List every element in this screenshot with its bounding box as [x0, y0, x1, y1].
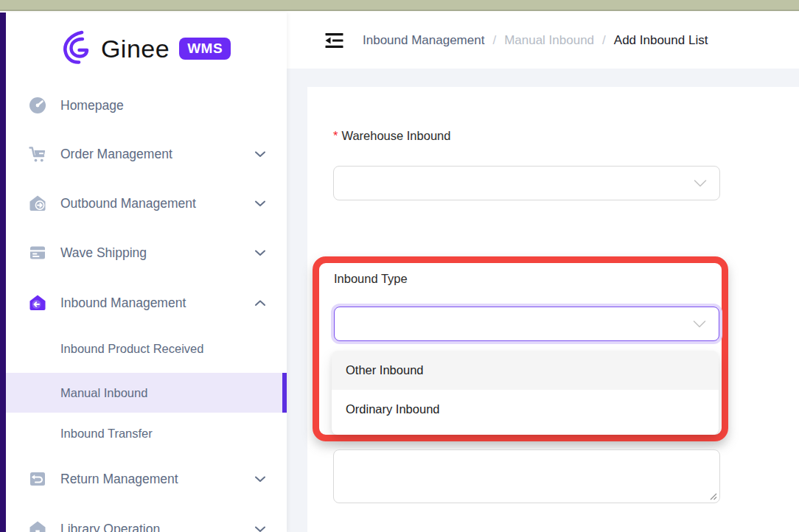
sidebar-item-wave-shipping[interactable]: Wave Shipping: [6, 237, 287, 269]
left-accent-strip: [0, 13, 6, 532]
home-icon: [28, 519, 48, 532]
dropdown-option-ordinary-inbound[interactable]: Ordinary Inbound: [332, 390, 719, 429]
chevron-down-icon: [254, 475, 266, 483]
sidebar-subitem-inbound-product-received[interactable]: Inbound Product Received: [6, 332, 287, 365]
sidebar-item-label: Outbound Management: [60, 196, 254, 211]
remark-textarea[interactable]: [333, 449, 720, 503]
home-arrow-out-icon: [28, 194, 48, 214]
sidebar-subitem-inbound-transfer[interactable]: Inbound Transfer: [6, 417, 287, 449]
chevron-up-icon: [254, 299, 266, 307]
chevron-down-icon: [254, 249, 266, 256]
wave-shipping-icon: [28, 243, 48, 263]
inbound-type-select[interactable]: [334, 307, 719, 341]
sidebar-item-library-operation[interactable]: Library Operation: [6, 513, 287, 532]
brand-logo[interactable]: Ginee WMS: [6, 27, 287, 70]
sidebar-item-label: Homepage: [60, 98, 266, 113]
breadcrumb-separator: /: [492, 33, 496, 48]
brand-name: Ginee: [101, 35, 170, 63]
annotation-highlight-box: Inbound Type Other Inbound Ordinary Inbo…: [313, 256, 728, 441]
sidebar-item-label: Wave Shipping: [60, 245, 254, 261]
sidebar-item-label: Library Operation: [60, 522, 254, 532]
sidebar-subitem-label: Manual Inbound: [60, 386, 147, 400]
sidebar-item-homepage[interactable]: Homepage: [6, 89, 287, 122]
breadcrumb-separator: /: [602, 33, 606, 48]
sidebar-subitem-manual-inbound[interactable]: Manual Inbound: [6, 373, 287, 413]
cart-icon: [28, 144, 48, 164]
breadcrumb-add-inbound-list: Add Inbound List: [614, 33, 708, 48]
home-arrow-in-icon: [28, 293, 48, 313]
dropdown-option-other-inbound[interactable]: Other Inbound: [332, 351, 719, 390]
warehouse-inbound-select[interactable]: [333, 166, 720, 200]
inbound-type-label: Inbound Type: [334, 272, 408, 286]
app-window: Ginee WMS Homepage: [0, 0, 799, 532]
chevron-down-icon: [254, 200, 266, 207]
window-titlebar: [0, 0, 799, 11]
inbound-type-dropdown: Other Inbound Ordinary Inbound: [332, 351, 719, 435]
breadcrumb-inbound-management[interactable]: Inbound Management: [363, 33, 484, 48]
sidebar-item-outbound-management[interactable]: Outbound Management: [6, 187, 287, 220]
chevron-down-icon: [254, 525, 266, 532]
sidebar-item-return-management[interactable]: Return Management: [6, 463, 287, 495]
collapse-sidebar-icon[interactable]: [324, 32, 344, 49]
sidebar: Ginee WMS Homepage: [6, 13, 287, 532]
breadcrumb-manual-inbound[interactable]: Manual Inbound: [504, 33, 594, 48]
breadcrumb: Inbound Management / Manual Inbound / Ad…: [363, 33, 708, 48]
form-card: *Warehouse Inbound Inbound Type: [307, 87, 799, 532]
sidebar-item-label: Inbound Management: [60, 295, 254, 311]
return-box-icon: [28, 469, 48, 489]
sidebar-item-order-management[interactable]: Order Management: [6, 138, 287, 170]
wms-badge: WMS: [179, 38, 231, 60]
sidebar-item-inbound-management[interactable]: Inbound Management: [6, 287, 287, 319]
warehouse-inbound-label: *Warehouse Inbound: [333, 129, 450, 143]
dashboard-icon: [28, 96, 48, 116]
page-header: Inbound Management / Manual Inbound / Ad…: [287, 13, 799, 69]
sidebar-subitem-label: Inbound Transfer: [60, 427, 153, 441]
content-area: *Warehouse Inbound Inbound Type: [287, 69, 799, 532]
chevron-down-icon: [254, 150, 266, 158]
resize-handle-icon[interactable]: [708, 491, 717, 500]
sidebar-item-label: Return Management: [60, 472, 254, 487]
ginee-leaf-logo-icon: [62, 30, 91, 67]
sidebar-subitem-label: Inbound Product Received: [60, 342, 203, 356]
chevron-down-icon: [694, 179, 707, 187]
sidebar-item-label: Order Management: [60, 147, 254, 162]
chevron-down-icon: [693, 320, 706, 328]
required-asterisk: *: [333, 129, 338, 142]
